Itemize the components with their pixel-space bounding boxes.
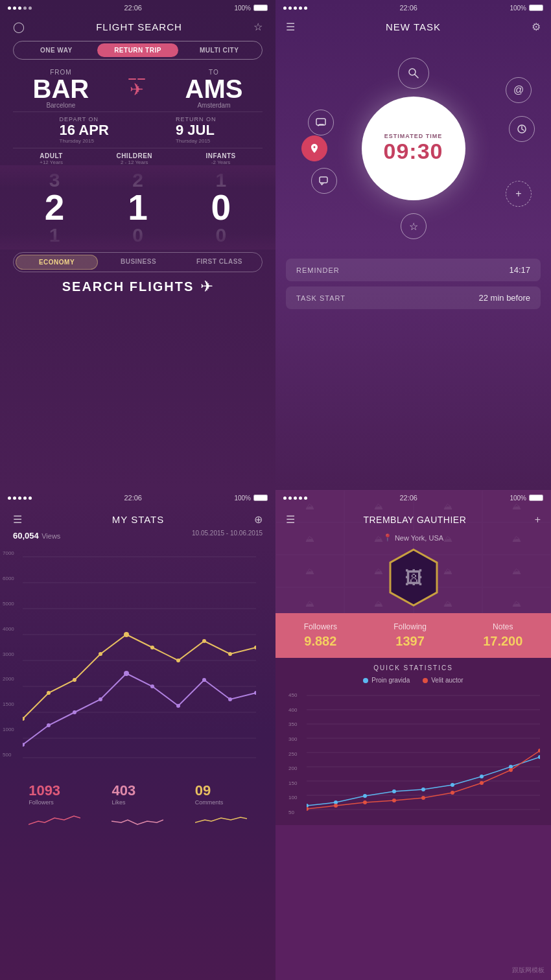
avatar-icon: 🖼: [404, 567, 423, 589]
likes-stat: 403 Likes: [111, 782, 163, 828]
number-roller[interactable]: 3 2 1 2 1 0 1 0 0: [0, 165, 276, 250]
followers-value: 1093: [29, 782, 80, 799]
message-orbital-icon[interactable]: [308, 110, 334, 135]
infants-sub: -2 Years: [206, 159, 236, 165]
to-code: AMS: [185, 76, 243, 102]
stats-title: MY STATS: [112, 514, 165, 525]
y-label-4000: 4000: [3, 626, 14, 632]
qs-chart-svg: [307, 689, 540, 819]
user-icon[interactable]: ◯: [13, 21, 25, 33]
svg-point-16: [73, 678, 76, 682]
task-rows: REMINDER 14:17 TASK START 22 min before: [276, 259, 551, 321]
task-start-row[interactable]: TASK START 22 min before: [286, 286, 541, 309]
comments-stat: 09 Comments: [195, 782, 247, 828]
chart-container: 7000 6000 5000 4000 3000 2000 1500 1000 …: [0, 544, 276, 777]
followers-col-num: 9.882: [304, 634, 337, 649]
svg-point-54: [334, 804, 338, 808]
profile-header-bar: ☰ TREMBLAY GAUTHIER +: [276, 506, 551, 533]
reminder-row[interactable]: REMINDER 14:17: [286, 259, 541, 281]
tab-one-way[interactable]: ONE WAY: [16, 43, 97, 57]
svg-line-1: [415, 75, 418, 78]
tab-first-class[interactable]: FIRST CLASS: [179, 255, 260, 270]
add-orbital-icon[interactable]: +: [506, 181, 532, 207]
notes-col-label: Notes: [483, 622, 522, 631]
settings-icon[interactable]: ⚙: [532, 21, 541, 33]
svg-point-60: [509, 768, 513, 772]
svg-point-18: [124, 632, 129, 637]
location-orbital-icon[interactable]: [301, 135, 327, 161]
children-type: CHILDREN 2 - 12 Years: [116, 152, 152, 165]
svg-point-28: [124, 671, 129, 676]
svg-point-46: [363, 794, 367, 798]
tab-business[interactable]: BUSINESS: [98, 255, 179, 270]
svg-point-59: [480, 781, 484, 785]
dot1: [8, 6, 11, 10]
svg-point-30: [176, 704, 180, 708]
following-col-label: Following: [393, 622, 427, 631]
avatar: 🖼: [388, 548, 440, 607]
adult-sub: +12 Years: [40, 159, 63, 165]
svg-point-58: [451, 791, 454, 795]
followers-stat: 1093 Followers: [29, 782, 80, 828]
svg-point-17: [99, 652, 102, 656]
adult-label: ADULT: [40, 152, 63, 159]
following-col-num: 1397: [393, 634, 427, 649]
class-tabs: ECONOMY BUSINESS FIRST CLASS: [13, 252, 263, 272]
reminder-label: REMINDER: [296, 266, 340, 274]
likes-mini-chart: [111, 808, 163, 828]
stats-meta: 60,054 Views 10.05.2015 - 10.06.2015: [0, 530, 276, 544]
profile-stats-row: Followers 9.882 Following 1397 Notes 17.…: [276, 613, 551, 658]
dot-orange: [423, 678, 428, 683]
roller-infants: 1 0 0: [211, 165, 231, 250]
notes-col-num: 17.200: [483, 634, 522, 649]
following-col: Following 1397: [393, 622, 427, 649]
route-arrow: ✈: [128, 78, 145, 100]
y-axis-labels: 7000 6000 5000 4000 3000 2000 1500 1000 …: [3, 550, 14, 758]
app-title: FLIGHT SEARCH: [96, 21, 182, 32]
passengers-section: ADULT +12 Years CHILDREN 2 - 12 Years IN…: [0, 148, 276, 165]
tab-economy[interactable]: ECONOMY: [16, 255, 98, 270]
menu-icon-profile[interactable]: ☰: [286, 513, 295, 526]
y-label-1500: 1500: [3, 701, 14, 707]
dot3: [18, 6, 21, 10]
status-time-left: 22:06: [124, 4, 142, 12]
avatar-container: 🖼: [276, 548, 551, 607]
y-label-5000: 5000: [3, 601, 14, 607]
search-plane-icon: ✈: [200, 277, 213, 296]
status-time-bl: 22:06: [124, 494, 142, 502]
clock-circle: ESTIMATED TIME 09:30: [362, 97, 465, 200]
qs-legend: Proin gravida Velit auctor: [286, 677, 541, 684]
at-orbital-icon[interactable]: @: [506, 77, 532, 103]
dot5: [29, 6, 32, 10]
search-flights-button[interactable]: SEARCH FLIGHTS ✈: [13, 277, 263, 296]
y-label-500: 500: [3, 752, 14, 758]
tab-return-trip[interactable]: RETURN TRIP: [97, 43, 179, 57]
y-label-2000: 2000: [3, 676, 14, 682]
signal-bl: [8, 496, 32, 500]
clock-orbital-icon[interactable]: [509, 116, 535, 142]
svg-point-55: [363, 800, 367, 804]
add-icon-profile[interactable]: +: [535, 514, 541, 526]
menu-icon-stats[interactable]: ☰: [13, 513, 22, 526]
svg-point-29: [150, 684, 154, 688]
tab-multi-city[interactable]: MULTI CITY: [178, 43, 260, 57]
profile-content: 22:06 100% ☰ TREMBLAY GAUTHIER + 📍 New Y…: [276, 490, 551, 980]
dates-section: DEPART ON 16 APR Thursday 2015 RETURN ON…: [13, 111, 263, 148]
dot4: [23, 6, 27, 10]
star-icon[interactable]: ☆: [253, 21, 263, 33]
comments-label: Comments: [195, 799, 247, 806]
return-value: 9 JUL: [176, 122, 217, 138]
svg-point-23: [254, 646, 256, 649]
search-orbital-icon[interactable]: [398, 58, 429, 89]
star-orbital-icon[interactable]: ☆: [401, 213, 427, 239]
likes-value: 403: [111, 782, 163, 799]
chat-orbital-icon[interactable]: [311, 168, 337, 194]
profile-name: TREMBLAY GAUTHIER: [295, 515, 535, 525]
location-pin-icon: 📍: [383, 533, 392, 542]
menu-icon[interactable]: ☰: [286, 21, 295, 33]
add-icon-stats[interactable]: ⊕: [254, 513, 263, 526]
svg-point-53: [307, 807, 309, 811]
svg-point-52: [538, 755, 540, 759]
notes-col: Notes 17.200: [483, 622, 522, 649]
infants-type: INFANTS -2 Years: [206, 152, 236, 165]
